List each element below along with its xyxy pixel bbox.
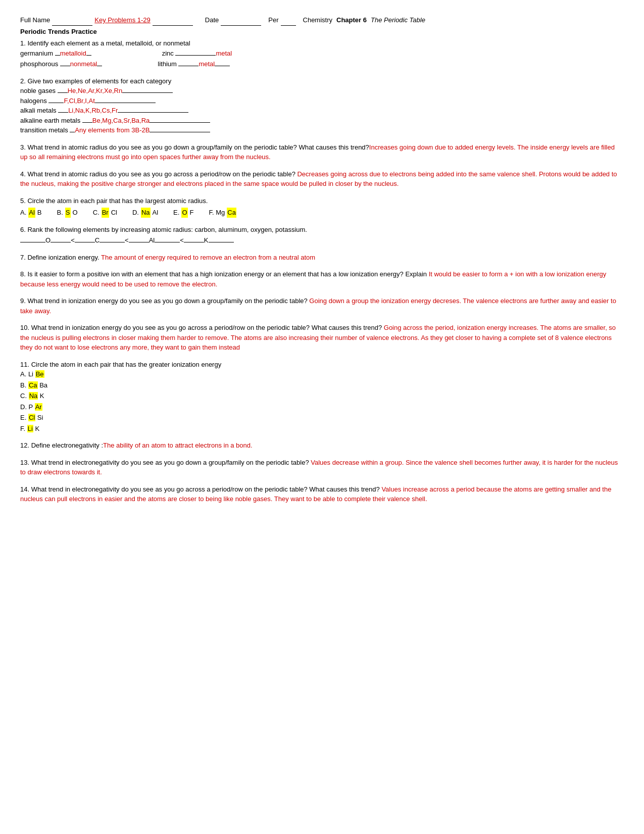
date-blank (221, 15, 261, 26)
question-13: 13. What trend in electronegativity do y… (20, 458, 624, 477)
q1-phosphorous: phosphorous nonmetal (20, 59, 102, 69)
q1-text: 1. Identify each element as a metal, met… (20, 38, 624, 48)
q5-option-f: F. Mg Ca (209, 208, 236, 218)
q14-text: 14. What trend in electronegativity do y… (20, 484, 624, 504)
q5-option-c: C. Br Cl (93, 208, 117, 218)
q1-lithium: lithium metal (158, 59, 230, 69)
q9-text: 9. What trend in ionization energy do yo… (20, 296, 624, 316)
q6-answer: O<C<Al<K (20, 235, 624, 246)
question-12: 12. Define electronegativity :The abilit… (20, 440, 624, 451)
per-label: Per (268, 15, 278, 25)
question-9: 9. What trend in ionization energy do yo… (20, 296, 624, 316)
question-8: 8. Is it easier to form a positive ion w… (20, 269, 624, 289)
q4-text: 4. What trend in atomic radius do you se… (20, 169, 624, 189)
name-underline (153, 15, 193, 26)
q8-text: 8. Is it easier to form a positive ion w… (20, 269, 624, 289)
question-10: 10. What trend in ionization energy do y… (20, 323, 624, 353)
q2-text: 2. Give two examples of elements for eac… (20, 76, 624, 86)
per-blank (281, 15, 296, 26)
question-2: 2. Give two examples of elements for eac… (20, 76, 624, 135)
q5-option-e: E. O F (173, 208, 193, 218)
q13-text: 13. What trend in electronegativity do y… (20, 458, 624, 477)
question-5: 5. Circle the atom in each pair that has… (20, 196, 624, 218)
question-11: 11. Circle the atom in each pair that ha… (20, 360, 624, 434)
q2-alkaline-earth-metals: alkaline earth metals Be,Mg,Ca,Sr,Ba,Ra (20, 116, 624, 126)
question-3: 3. What trend in atomic radius do you se… (20, 142, 624, 162)
date-label: Date (205, 15, 219, 25)
q5-option-d: D. Na Al (132, 208, 158, 218)
q11-option-d: D. P Ar (20, 402, 624, 412)
chapter-bold: Chapter 6 (336, 15, 367, 25)
q10-text: 10. What trend in ionization energy do y… (20, 323, 624, 353)
q1-zinc: zinc metal (162, 48, 232, 59)
q11-text: 11. Circle the atom in each pair that ha… (20, 360, 624, 370)
q2-halogens: halogens F,Cl,Br,I,At (20, 96, 624, 106)
question-7: 7. Define ionization energy. The amount … (20, 253, 624, 263)
q5-option-b: B. S O (57, 208, 78, 218)
question-14: 14. What trend in electronegativity do y… (20, 484, 624, 504)
q5-option-a: A. Al B (20, 208, 42, 218)
header-row: Full Name Key Problems 1-29 Date Per Che… (20, 15, 624, 26)
name-value: Key Problems 1-29 (94, 15, 151, 25)
q11-option-c: C. Na K (20, 391, 624, 401)
section-title: Periodic Trends Practice (20, 27, 624, 37)
q6-text: 6. Rank the following elements by increa… (20, 225, 624, 235)
full-name-blank (52, 15, 92, 26)
q5-text: 5. Circle the atom in each pair that has… (20, 196, 624, 206)
chapter-italic: The Periodic Table (371, 15, 425, 25)
q12-text: 12. Define electronegativity :The abilit… (20, 440, 624, 451)
q11-option-a: A. Li Be (20, 369, 624, 379)
full-name-label: Full Name (20, 15, 50, 25)
q7-text: 7. Define ionization energy. The amount … (20, 253, 624, 263)
question-4: 4. What trend in atomic radius do you se… (20, 169, 624, 189)
q2-transition-metals: transition metals Any elements from 3B-2… (20, 125, 624, 135)
q2-noble-gases: noble gases He,Ne,Ar,Kr,Xe,Rn (20, 86, 624, 96)
question-1: 1. Identify each element as a metal, met… (20, 38, 624, 69)
course-label: Chemistry (303, 15, 333, 25)
q1-germanium: germanium metalloid (20, 48, 91, 59)
q11-option-b: B. Ca Ba (20, 380, 624, 390)
question-6: 6. Rank the following elements by increa… (20, 225, 624, 246)
q11-option-f: F. Li K (20, 424, 624, 434)
q11-option-e: E. Cl Si (20, 413, 624, 423)
q2-alkali-metals: alkali metals Li,Na,K,Rb,Cs,Fr (20, 106, 624, 116)
q3-text: 3. What trend in atomic radius do you se… (20, 142, 624, 162)
